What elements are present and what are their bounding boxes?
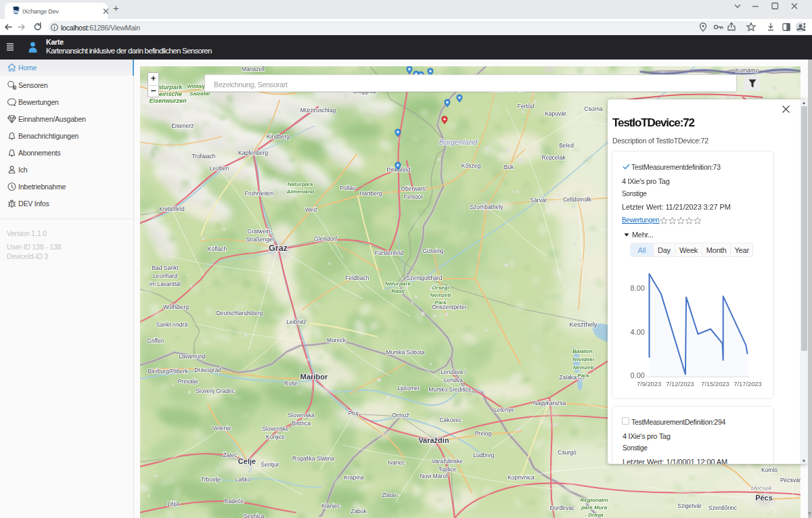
svg-text:Park: Park xyxy=(434,300,447,306)
svg-text:Weiz: Weiz xyxy=(305,206,318,213)
svg-text:Žalec: Žalec xyxy=(223,452,238,458)
svg-text:Slovenj Gradec: Slovenj Gradec xyxy=(196,387,235,394)
svg-text:4.00: 4.00 xyxy=(631,328,645,336)
svg-text:Répcelak: Répcelak xyxy=(541,154,566,161)
svg-text:im Lavanttal: im Lavanttal xyxy=(150,281,181,287)
svg-text:Naturpark: Naturpark xyxy=(288,181,313,187)
svg-text:Toplice: Toplice xyxy=(438,466,457,473)
svg-text:Köflach: Köflach xyxy=(208,245,227,252)
svg-text:Mursko Središče: Mursko Središče xyxy=(428,386,472,393)
svg-text:Čakovec: Čakovec xyxy=(439,417,462,423)
svg-text:Kapfenberg: Kapfenberg xyxy=(238,149,268,156)
svg-text:Regionalni: Regionalni xyxy=(581,497,609,503)
svg-text:Bad Sankt: Bad Sankt xyxy=(152,264,179,271)
svg-text:felvidéki: felvidéki xyxy=(572,356,595,362)
svg-text:7/9/2023: 7/9/2023 xyxy=(637,381,661,387)
svg-text:Radeče: Radeče xyxy=(224,498,244,504)
svg-text:Mecsek: Mecsek xyxy=(750,485,772,492)
svg-text:Bük: Bük xyxy=(504,164,514,170)
svg-text:Celldömölk: Celldömölk xyxy=(563,196,592,203)
svg-text:Pécsvárad: Pécsvárad xyxy=(780,477,800,484)
svg-text:Knittelfeld: Knittelfeld xyxy=(159,206,185,212)
svg-text:Kindberg: Kindberg xyxy=(267,133,290,140)
svg-text:Dravograd: Dravograd xyxy=(194,367,221,373)
svg-text:Litija: Litija xyxy=(167,500,179,507)
svg-text:Hartberg: Hartberg xyxy=(359,190,382,197)
svg-text:Šentjur: Šentjur xyxy=(261,461,279,468)
svg-text:Ruše: Ruše xyxy=(284,380,298,387)
svg-text:Griffen: Griffen xyxy=(147,337,164,344)
svg-text:Csorna: Csorna xyxy=(584,105,603,112)
svg-text:Novi Marof: Novi Marof xyxy=(420,473,448,479)
svg-text:Laško: Laško xyxy=(235,476,251,483)
svg-text:8.00: 8.00 xyxy=(631,284,645,292)
svg-text:Szentgotthárd: Szentgotthárd xyxy=(407,275,443,281)
svg-text:Zabok: Zabok xyxy=(351,508,367,515)
svg-text:Nagykanizsa: Nagykanizsa xyxy=(533,400,566,406)
svg-text:Trbovlje: Trbovlje xyxy=(201,476,221,483)
svg-text:Gratwein-: Gratwein- xyxy=(248,228,273,235)
svg-text:Felsöör: Felsöör xyxy=(404,193,424,200)
svg-text:Murska Sobota: Murska Sobota xyxy=(386,349,424,356)
svg-text:Keszthely: Keszthely xyxy=(569,321,597,328)
svg-text:Velenje: Velenje xyxy=(212,425,231,431)
svg-text:Bistrica: Bistrica xyxy=(292,420,311,427)
svg-text:Celje: Celje xyxy=(238,457,256,465)
svg-text:Prevalje: Prevalje xyxy=(178,378,199,385)
svg-text:Güssing: Güssing xyxy=(422,248,443,254)
svg-text:Ludbreg: Ludbreg xyxy=(473,452,494,458)
svg-text:Eisenerz: Eisenerz xyxy=(171,122,194,129)
svg-text:Ptuj: Ptuj xyxy=(348,410,359,417)
svg-text:Fertőd: Fertőd xyxy=(518,103,535,110)
svg-text:Letenye: Letenye xyxy=(494,406,515,413)
svg-text:Zlatar: Zlatar xyxy=(382,492,397,498)
svg-text:Almenland: Almenland xyxy=(286,189,315,195)
svg-text:Park: Park xyxy=(577,373,589,379)
svg-text:Ljutomer: Ljutomer xyxy=(397,385,420,392)
svg-text:Balaton-: Balaton- xyxy=(572,348,594,354)
svg-text:Lavamünd: Lavamünd xyxy=(179,353,206,360)
svg-text:Naturpark: Naturpark xyxy=(385,281,411,287)
svg-text:Bleiburg/Pliberk: Bleiburg/Pliberk xyxy=(148,368,188,375)
svg-text:Varaždinske: Varaždinske xyxy=(432,458,463,465)
svg-text:Leonhard: Leonhard xyxy=(153,273,177,279)
svg-text:7/12/2023: 7/12/2023 xyxy=(666,381,694,387)
svg-text:Burgenland: Burgenland xyxy=(439,138,478,146)
svg-text:Varaždin: Varaždin xyxy=(418,436,449,444)
svg-text:Oberwart/: Oberwart/ xyxy=(401,185,426,192)
svg-text:Csurgó: Csurgó xyxy=(558,449,577,456)
svg-text:Wolfsberg: Wolfsberg xyxy=(163,304,189,310)
svg-text:Mürzzuschlag: Mürzzuschlag xyxy=(300,107,336,114)
svg-text:Đurđevac: Đurđevac xyxy=(550,504,575,511)
svg-text:Raab: Raab xyxy=(391,288,405,294)
svg-text:Klanjec: Klanjec xyxy=(321,502,341,509)
svg-text:Sankt Andrä: Sankt Andrä xyxy=(156,321,188,328)
svg-text:Pöllau: Pöllau xyxy=(340,185,356,191)
svg-text:- Drava: - Drava xyxy=(585,512,604,518)
svg-text:park Mura: park Mura xyxy=(581,504,608,511)
svg-text:Graz: Graz xyxy=(269,243,288,253)
svg-text:Sevnica: Sevnica xyxy=(244,513,265,518)
svg-text:Eisenwurzen: Eisenwurzen xyxy=(149,97,187,104)
svg-text:Komló: Komló xyxy=(761,467,777,473)
svg-text:7/15/2023: 7/15/2023 xyxy=(701,381,729,387)
svg-text:Mureck: Mureck xyxy=(327,337,346,344)
svg-text:Nemzeti: Nemzeti xyxy=(573,364,594,371)
svg-text:Koprivnica: Koprivnica xyxy=(508,474,535,481)
svg-text:Ormož: Ormož xyxy=(392,412,409,419)
svg-text:Feldbach: Feldbach xyxy=(346,275,369,281)
svg-text:Gleisdorf: Gleisdorf xyxy=(314,235,338,242)
svg-text:Pécs: Pécs xyxy=(755,494,773,502)
svg-text:Szigetvár: Szigetvár xyxy=(677,502,702,509)
svg-text:Ivanec: Ivanec xyxy=(388,459,405,466)
svg-text:Deutschlandsberg: Deutschlandsberg xyxy=(217,310,263,316)
svg-text:Slovenska: Slovenska xyxy=(288,412,314,419)
svg-text:Maribor: Maribor xyxy=(300,373,328,381)
svg-text:Rogaška Slatina: Rogaška Slatina xyxy=(292,455,334,462)
svg-text:Lendava /: Lendava / xyxy=(441,369,466,375)
svg-text:Sárvár: Sárvár xyxy=(530,197,547,204)
svg-text:Szentlőrinc: Szentlőrinc xyxy=(708,504,738,511)
svg-text:Lendva: Lendva xyxy=(444,377,463,383)
svg-text:Mariazell: Mariazell xyxy=(242,66,265,72)
svg-text:Leoben: Leoben xyxy=(210,165,229,172)
